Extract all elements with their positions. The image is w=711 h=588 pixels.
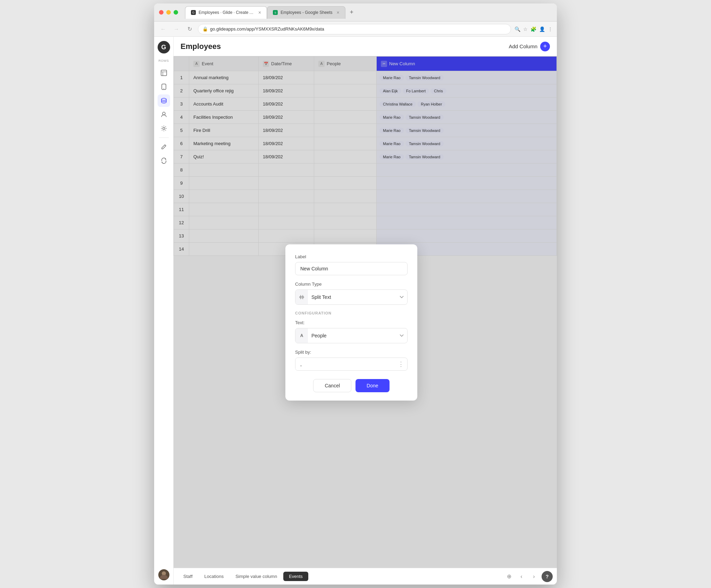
chip: Christina Wallace: [379, 101, 416, 107]
configuration-section: CONFIGURATION Text: A People: [295, 311, 408, 371]
sidebar-icon-table[interactable]: [158, 67, 170, 79]
profile-icon[interactable]: 👤: [539, 26, 545, 32]
row-new-column: [377, 163, 557, 177]
text-field-label: Text:: [295, 320, 408, 325]
row-new-column: Marie RaoTamsin Woodward: [377, 71, 557, 84]
row-num: 1: [174, 71, 189, 84]
table-row: 3 Accounts Audit 18/09/202 Christina Wal…: [174, 98, 557, 111]
extensions-icon[interactable]: 🧩: [530, 26, 536, 32]
forward-button[interactable]: →: [172, 26, 181, 32]
search-icon[interactable]: 🔍: [515, 26, 520, 32]
row-num: 5: [174, 124, 189, 137]
table-row: 4 Facilities Inspection 18/09/202 Marie …: [174, 111, 557, 124]
row-people: [314, 190, 377, 203]
col-datetime-label: Date/Time: [271, 61, 292, 66]
tab-glide[interactable]: G Employees · Glide · Create App... ×: [185, 6, 267, 19]
chip: Marie Rao: [379, 154, 404, 160]
table-row: 1 Annual marketing 18/09/202 Marie RaoTa…: [174, 71, 557, 84]
tab-sheets-label: Employees - Google Sheets: [281, 10, 332, 15]
sheets-favicon: S: [273, 10, 278, 15]
browser-tabs: G Employees · Glide · Create App... × S …: [185, 6, 552, 19]
row-event: Facilities Inspection: [189, 111, 259, 124]
column-type-field: Column Type Split Text: [295, 282, 408, 305]
row-datetime: 18/09/202: [259, 71, 314, 84]
tab-simple-value-column[interactable]: Simple value column: [230, 572, 283, 581]
split-by-menu-icon[interactable]: ⋮: [395, 360, 407, 368]
split-by-field: Split by: ⋮: [295, 350, 408, 371]
column-type-select[interactable]: Split Text: [308, 291, 407, 303]
reload-button[interactable]: ↻: [185, 26, 194, 32]
row-num: 13: [174, 229, 189, 243]
sidebar-icon-pencil[interactable]: [158, 141, 170, 153]
chip: Marie Rao: [379, 75, 404, 81]
text-select[interactable]: People: [308, 329, 407, 342]
row-num: 8: [174, 163, 189, 177]
chip: Tamsin Woodward: [405, 141, 444, 146]
data-table: A Event 📅 Date/Time: [174, 56, 557, 256]
row-datetime: 18/09/202: [259, 98, 314, 111]
tab-glide-close[interactable]: ×: [258, 10, 261, 15]
row-new-column: Marie RaoTamsin Woodward: [377, 137, 557, 150]
row-new-column: Marie RaoTamsin Woodward: [377, 124, 557, 137]
address-bar[interactable]: 🔒 go.glideapps.com/app/YSMXXSRZudRNKsAK6…: [198, 24, 511, 34]
close-button[interactable]: [159, 10, 164, 15]
tab-events[interactable]: Events: [283, 572, 308, 581]
tab-sheets-close[interactable]: ×: [337, 10, 340, 15]
label-input[interactable]: [295, 262, 408, 275]
minimize-button[interactable]: [166, 10, 171, 15]
people-type-icon: A: [318, 61, 325, 67]
sidebar-icon-database[interactable]: [158, 94, 170, 107]
new-column-modal: Label Column Type Split Text: [285, 244, 417, 401]
maximize-button[interactable]: [174, 10, 178, 15]
prev-tab-icon[interactable]: ‹: [517, 572, 526, 581]
table-row: 7 Quiz! 18/09/202 Marie RaoTamsin Woodwa…: [174, 150, 557, 163]
row-datetime: [259, 177, 314, 190]
sidebar-icon-user[interactable]: [158, 108, 170, 121]
tab-sheets[interactable]: S Employees - Google Sheets ×: [267, 6, 345, 19]
row-datetime: 18/09/202: [259, 150, 314, 163]
sidebar-icon-refresh[interactable]: [158, 154, 170, 167]
user-avatar[interactable]: [158, 569, 169, 580]
done-button[interactable]: Done: [356, 379, 389, 392]
col-header-datetime[interactable]: 📅 Date/Time: [259, 57, 314, 71]
table-row: 5 Fire Drill 18/09/202 Marie RaoTamsin W…: [174, 124, 557, 137]
col-people-label: People: [327, 61, 341, 66]
col-header-people[interactable]: A People: [314, 57, 377, 71]
row-event: [189, 243, 259, 256]
row-new-column: [377, 203, 557, 216]
svg-point-5: [161, 98, 166, 100]
col-header-new-column[interactable]: ✂ New Column: [377, 57, 557, 71]
table-wrapper: A Event 📅 Date/Time: [174, 56, 557, 568]
row-event: Accounts Audit: [189, 98, 259, 111]
col-header-event[interactable]: A Event: [189, 57, 259, 71]
row-datetime: [259, 229, 314, 243]
app-body: G ROWS: [154, 37, 557, 585]
add-column-label: Add Column: [509, 43, 537, 49]
row-event: Annual marketing: [189, 71, 259, 84]
menu-icon[interactable]: ⋮: [548, 26, 553, 32]
label-field-label: Label: [295, 254, 408, 259]
help-button[interactable]: ?: [542, 571, 553, 582]
tab-locations[interactable]: Locations: [199, 572, 229, 581]
add-column-circle: +: [540, 42, 550, 51]
sidebar-icon-phone[interactable]: [158, 81, 170, 93]
add-tab-icon[interactable]: ⊕: [504, 572, 514, 581]
cancel-button[interactable]: Cancel: [313, 379, 351, 392]
configuration-label: CONFIGURATION: [295, 311, 408, 315]
sidebar-icon-gear[interactable]: [158, 122, 170, 135]
app-logo: G: [158, 41, 170, 53]
back-button[interactable]: ←: [158, 26, 168, 32]
tab-staff[interactable]: Staff: [178, 572, 198, 581]
svg-rect-9: [300, 296, 304, 298]
chip: Tamsin Woodward: [405, 128, 444, 133]
row-event: Quiz!: [189, 150, 259, 163]
table-row: 13: [174, 229, 557, 243]
column-type-icon: [295, 290, 308, 304]
row-num: 14: [174, 243, 189, 256]
add-column-button[interactable]: Add Column +: [509, 42, 550, 51]
split-by-input[interactable]: [295, 358, 395, 370]
bookmark-icon[interactable]: ☆: [523, 26, 528, 32]
new-tab-button[interactable]: +: [347, 8, 357, 17]
row-num: 10: [174, 190, 189, 203]
next-tab-icon[interactable]: ›: [529, 572, 539, 581]
